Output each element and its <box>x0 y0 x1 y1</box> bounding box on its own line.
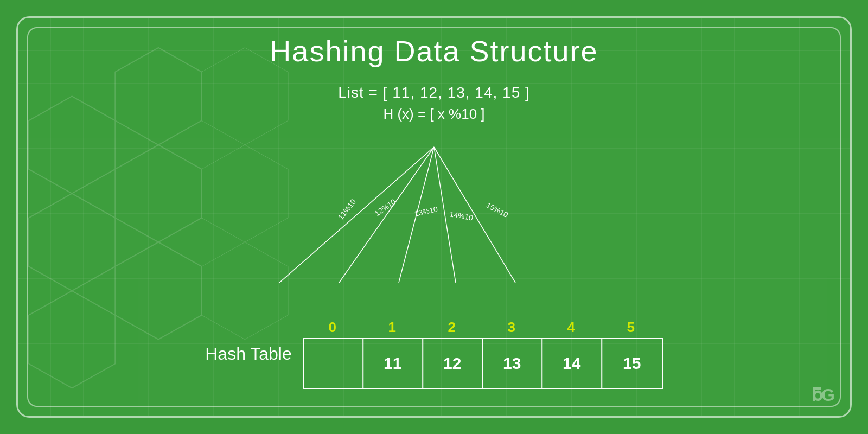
index-0: 0 <box>303 319 362 336</box>
list-formula: List = [ 11, 12, 13, 14, 15 ] <box>338 84 530 101</box>
index-5: 5 <box>601 319 661 336</box>
svg-text:14%10: 14%10 <box>449 209 474 222</box>
cell-4: 14 <box>542 339 602 388</box>
svg-text:15%10: 15%10 <box>485 201 510 220</box>
svg-text:13%10: 13%10 <box>413 205 438 218</box>
cell-2: 12 <box>423 339 483 388</box>
cell-5: 15 <box>602 339 662 388</box>
hash-table-section: Hash Table 0 1 2 3 4 5 11 12 13 14 15 <box>205 319 663 389</box>
svg-text:12%10: 12%10 <box>373 197 398 218</box>
cell-3: 13 <box>483 339 542 388</box>
table-cells: 11 12 13 14 15 <box>303 338 663 389</box>
index-1: 1 <box>362 319 422 336</box>
table-container: 0 1 2 3 4 5 11 12 13 14 15 <box>303 319 663 389</box>
diagram-area: 11%10 12%10 13%10 14%10 15%10 <box>190 128 678 312</box>
cell-0 <box>304 339 363 388</box>
svg-text:11%10: 11%10 <box>336 197 358 221</box>
index-4: 4 <box>541 319 601 336</box>
table-indices: 0 1 2 3 4 5 <box>303 319 661 336</box>
gfg-logo: ƃG <box>812 385 834 405</box>
index-2: 2 <box>422 319 482 336</box>
main-container: Hashing Data Structure List = [ 11, 12, … <box>16 16 852 418</box>
diagram-svg: 11%10 12%10 13%10 14%10 15%10 <box>190 128 678 312</box>
svg-line-9 <box>279 147 434 283</box>
hash-table-label: Hash Table <box>205 344 292 364</box>
cell-1: 11 <box>363 339 423 388</box>
index-3: 3 <box>482 319 541 336</box>
page-title: Hashing Data Structure <box>270 34 598 68</box>
hash-formula: H (x) = [ x %10 ] <box>383 106 484 123</box>
